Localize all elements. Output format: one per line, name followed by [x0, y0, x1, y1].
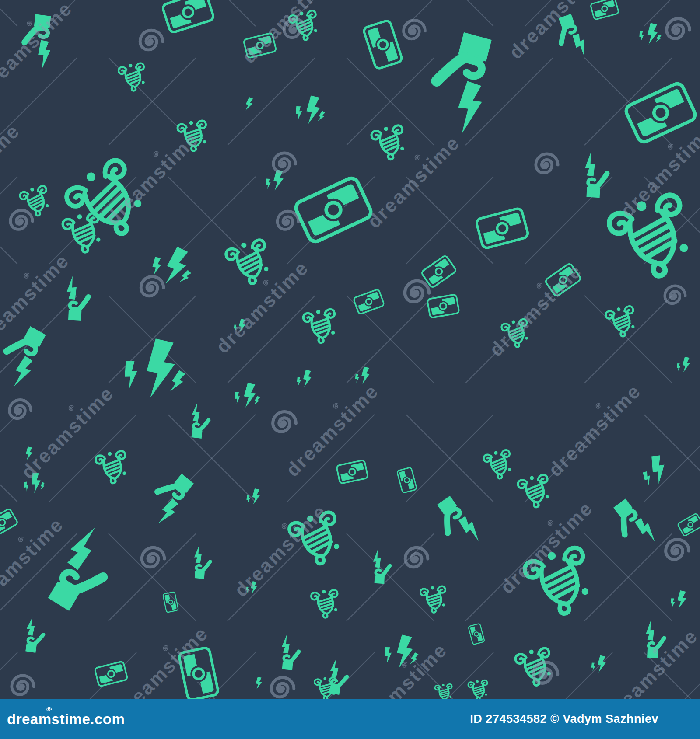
- watermark-text: dreamstime: [544, 380, 645, 481]
- money-banknote-icon: [163, 592, 178, 613]
- zeus-hand-lightning-icon: [427, 493, 489, 551]
- ancient-lyre-icon: [517, 472, 553, 510]
- money-banknote-icon: [353, 289, 384, 314]
- lightning-bolt-icon: [122, 338, 186, 398]
- watermark-text-group: dreamstime: [359, 127, 464, 232]
- lightning-bolt-icon: [294, 95, 326, 124]
- lightning-bolt-icon: [591, 655, 606, 673]
- lightning-bolt-icon: [246, 488, 260, 505]
- zeus-hand-lightning-icon: [437, 32, 492, 134]
- watermark-spiral-icon: [277, 211, 298, 230]
- watermark-text: dreamstime: [17, 382, 118, 483]
- watermark-lattice: [0, 0, 700, 699]
- watermark-text-group: dreamstime: [500, 0, 606, 63]
- ancient-lyre-icon: [468, 679, 490, 699]
- ancient-lyre-icon: [370, 123, 409, 162]
- watermark-line: [0, 0, 18, 26]
- ancient-lyre-icon: [118, 61, 148, 93]
- money-banknote-icon: [397, 467, 417, 493]
- lightning-bolt-icon: [234, 383, 261, 408]
- watermark-line: [49, 652, 136, 699]
- watermark-text-group: dreamstime: [540, 376, 645, 481]
- money-banknote-icon: [0, 508, 18, 537]
- watermark-spiral-icon: [142, 547, 164, 567]
- lightning-bolt-icon: [637, 453, 670, 488]
- watermark-spiral-icon: [667, 19, 690, 39]
- watermark-text: dreamstime: [112, 622, 213, 699]
- lightning-bolt-icon: [638, 23, 662, 45]
- zeus-hand-lightning-icon: [60, 274, 93, 323]
- watermark-layer: dreamstimedreamstimedreamstimedreamstime…: [0, 0, 700, 699]
- dreamstime-logo-text: dreamstime.com: [7, 711, 125, 727]
- money-banknote-icon: [294, 176, 373, 244]
- watermark-spiral-icon: [273, 153, 295, 172]
- zeus-hand-lightning-icon: [189, 544, 213, 581]
- watermark-line: [0, 415, 18, 502]
- watermark-text: dreamstime: [238, 0, 339, 67]
- lightning-bolt-icon: [245, 97, 253, 112]
- money-banknote-icon: [624, 82, 697, 144]
- watermark-spiral-icon: [12, 676, 34, 695]
- ancient-lyre-icon: [224, 237, 275, 289]
- watermark-text: dreamstime: [485, 260, 586, 361]
- watermark-text-group: dreamstime: [13, 378, 118, 483]
- ancient-lyre-icon: [94, 449, 130, 486]
- ancient-lyre-icon: [420, 585, 448, 614]
- watermark-text-group: dreamstime: [481, 255, 586, 360]
- ancient-lyre-icon: [19, 184, 53, 219]
- ancient-lyre-icon: [311, 588, 341, 619]
- watermark-line: [644, 0, 700, 26]
- seamless-pattern-canvas: dreamstimedreamstimedreamstimedreamstime…: [0, 0, 700, 699]
- dreamstime-logo-spiral-icon: [45, 706, 52, 713]
- watermark-text-group: dreamstime: [277, 376, 382, 481]
- ancient-lyre-icon: [302, 307, 339, 345]
- watermark-footer-bar: dreamstime.com ID 274534582 © Vadym Sazh…: [0, 699, 700, 739]
- money-banknote-icon: [468, 624, 485, 645]
- watermark-text: dreamstime: [212, 257, 313, 358]
- watermark-line: [644, 0, 700, 26]
- money-banknote-icon: [336, 460, 368, 484]
- watermark-text-group: dreamstime: [234, 0, 339, 67]
- ancient-lyre-icon: [483, 448, 515, 481]
- watermark-line: [0, 0, 18, 26]
- watermark-text: dreamstime: [282, 380, 383, 481]
- zeus-hand-lightning-icon: [0, 322, 47, 391]
- zeus-hand-lightning-icon: [326, 658, 349, 696]
- watermark-spiral-icon: [271, 677, 294, 697]
- watermark-spiral-icon: [9, 400, 31, 418]
- watermark-text: dreamstime: [496, 497, 597, 598]
- image-credit: ID 274534582 © Vadym Sazhniev: [470, 712, 658, 726]
- watermark-spiral-icon: [403, 20, 425, 39]
- watermark-spiral-icon: [405, 281, 429, 302]
- zeus-hand-lightning-icon: [187, 401, 211, 440]
- money-banknote-icon: [677, 513, 700, 536]
- watermark-spiral-icon: [141, 276, 164, 296]
- watermark-spiral-icon: [666, 540, 689, 560]
- ancient-lyre-icon: [61, 210, 106, 256]
- dreamstime-logo[interactable]: dreamstime.com: [7, 712, 125, 726]
- zeus-hand-lightning-icon: [605, 496, 665, 552]
- watermark-text-group: dreamstime: [0, 115, 24, 220]
- image-credit-text: ID 274534582 © Vadym Sazhniev: [470, 712, 658, 725]
- watermark-spiral-icon: [665, 286, 686, 304]
- watermark-text-group: dreamstime: [107, 618, 212, 699]
- money-banknote-icon: [162, 0, 214, 33]
- zeus-hand-lightning-icon: [22, 616, 45, 654]
- pattern-icons: [0, 0, 700, 699]
- zeus-hand-lightning-icon: [578, 150, 612, 200]
- watermark-line: [0, 415, 18, 502]
- lightning-bolt-icon: [676, 357, 690, 372]
- watermark-line: [228, 58, 315, 145]
- money-banknote-icon: [427, 294, 459, 318]
- watermark-spiral-icon: [140, 30, 163, 50]
- money-banknote-icon: [476, 208, 529, 249]
- watermark-spiral-icon: [273, 412, 296, 432]
- zeus-hand-lightning-icon: [276, 633, 302, 672]
- money-banknote-icon: [363, 20, 402, 70]
- watermark-spiral-icon: [536, 154, 558, 173]
- lightning-bolt-icon: [296, 370, 312, 387]
- money-banknote-icon: [590, 0, 619, 20]
- watermark-text: dreamstime: [0, 120, 24, 221]
- watermark-spiral-icon: [10, 210, 32, 230]
- watermark-text: dreamstime: [363, 132, 464, 233]
